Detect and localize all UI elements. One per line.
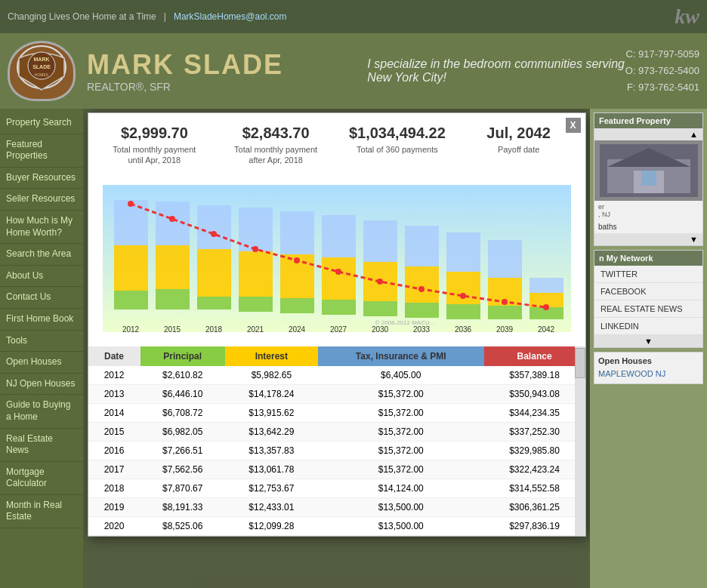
sidebar-item-about[interactable]: About Us [0,266,83,288]
table-cell: 2020 [88,516,140,535]
table-cell: 2013 [88,384,140,403]
featured-location: er, NJ [594,201,702,220]
center-content: X $2,999.70 Total monthly paymentuntil A… [83,109,590,588]
table-cell: $7,870.67 [140,479,225,497]
svg-rect-17 [239,208,273,251]
network-item-linkedin[interactable]: LINKEDIN [594,318,702,335]
summary-amount-3: Jul, 2042 [460,125,578,142]
table-cell: $6,446.10 [140,384,225,403]
sidebar-item-estate-news[interactable]: Real Estate News [0,429,83,462]
modal-dialog: X $2,999.70 Total monthly paymentuntil A… [88,112,586,537]
svg-point-44 [335,269,341,275]
svg-point-46 [418,286,425,292]
data-table-container: Date Principal Interest Tax, Insurance &… [88,346,585,536]
network-item-twitter[interactable]: TWITTER [594,266,702,283]
col-header-tax: Tax, Insurance & PMI [318,346,484,366]
table-cell: $13,500.00 [318,516,484,535]
table-row: 2014$6,708.72$13,915.62$15,372.00$344,23… [88,403,585,422]
sidebar-item-month-real-estate[interactable]: Month in Real Estate [0,495,83,528]
open-houses-panel: Open Houses MAPLEWOOD NJ [594,352,703,384]
sidebar-item-contact[interactable]: Contact Us [0,287,83,309]
header-main: MARK SLADE HOMES MARK SLADE REALTOR®, SF… [0,33,707,109]
svg-text:2015: 2015 [163,325,181,334]
svg-rect-66 [641,171,656,186]
table-cell: $5,982.65 [225,366,318,385]
sidebar-item-featured-properties[interactable]: Featured Properties [0,134,83,168]
svg-text:2024: 2024 [288,325,305,334]
svg-text:2036: 2036 [454,325,471,334]
featured-scroll-up[interactable]: ▲ [594,128,702,140]
table-cell: $8,525.06 [140,516,225,535]
contact-f: F: 973-762-5401 [625,79,699,96]
summary-label-1: Total monthly paymentafter Apr, 2018 [217,144,335,166]
summary-item-0: $2,999.70 Total monthly paymentuntil Apr… [96,125,214,166]
svg-rect-27 [405,303,439,318]
sidebar-item-first-home[interactable]: First Home Book [0,309,83,331]
svg-point-48 [502,299,508,305]
table-cell: $357,389.18 [484,366,585,385]
network-scroll[interactable]: ▼ [594,335,702,347]
sidebar-item-open-houses[interactable]: Open Houses [0,352,83,374]
table-cell: $322,423.24 [484,460,585,479]
table-scrollbar[interactable] [575,346,585,536]
table-cell: $7,562.56 [140,460,225,479]
modal-overlay: X $2,999.70 Total monthly paymentuntil A… [83,109,590,588]
network-panel: n My Network TWITTER FACEBOOK REAL ESTAT… [594,250,703,348]
scrollbar-thumb[interactable] [575,348,585,378]
sidebar-item-property-search[interactable]: Property Search [0,112,83,134]
svg-text:2030: 2030 [371,325,388,334]
table-cell: $15,372.00 [318,403,484,422]
table-cell: $7,266.51 [140,441,225,460]
sidebar-item-tools[interactable]: Tools [0,331,83,352]
network-item-real-estate-news[interactable]: REAL ESTATE NEWS [594,300,702,318]
table-cell: $13,642.29 [225,422,318,441]
svg-rect-10 [156,245,190,289]
table-cell: $6,982.05 [140,422,225,441]
col-header-balance: Balance [484,346,585,366]
svg-text:2033: 2033 [412,325,430,334]
svg-rect-23 [322,215,356,257]
network-title: n My Network [594,251,702,266]
sidebar-item-mortgage-calc[interactable]: Mortgage Calculator [0,462,83,495]
sidebar-item-search-area[interactable]: Search the Area [0,244,83,266]
table-row: 2017$7,562.56$13,061.78$15,372.00$322,42… [88,460,585,479]
table-cell: 2014 [88,403,140,422]
col-header-interest: Interest [225,346,318,366]
left-sidebar: Property Search Featured Properties Buye… [0,109,83,588]
svg-rect-32 [446,232,480,272]
svg-text:2012: 2012 [122,325,139,334]
sidebar-item-seller-resources[interactable]: Seller Resources [0,189,83,211]
svg-rect-33 [488,306,522,319]
sidebar-item-buyer-resources[interactable]: Buyer Resources [0,168,83,189]
summary-amount-1: $2,843.70 [217,125,335,142]
agent-name: MARK SLADE [87,49,344,81]
open-houses-title: Open Houses [598,356,699,365]
table-cell: $15,372.00 [318,422,484,441]
table-row: 2015$6,982.05$13,642.29$15,372.00$337,25… [88,422,585,441]
agent-contact: C: 917-797-5059 O: 973-762-5400 F: 973-7… [625,46,699,96]
table-cell: $350,943.08 [484,384,585,403]
sidebar-item-nj-open-houses[interactable]: NJ Open Houses [0,374,83,396]
summary-label-2: Total of 360 payments [338,144,456,155]
svg-rect-8 [114,200,148,245]
svg-rect-14 [197,205,231,249]
svg-rect-9 [156,289,190,309]
svg-point-43 [294,257,300,263]
network-item-facebook[interactable]: FACEBOOK [594,283,702,300]
svg-text:MARK: MARK [34,57,50,62]
email[interactable]: MarkSladeHomes@aol.com [174,11,287,22]
featured-scroll-down[interactable]: ▼ [594,233,702,245]
contact-o: O: 973-762-5400 [625,63,699,79]
agent-tagline: I specialize in the bedroom communities … [367,57,625,85]
svg-rect-16 [239,251,273,297]
sidebar-item-how-much[interactable]: How Much is My Home Worth? [0,211,83,244]
svg-point-41 [211,231,217,237]
table-row: 2016$7,266.51$13,357.83$15,372.00$329,98… [88,441,585,460]
svg-rect-15 [239,297,273,312]
open-houses-item-maplewood[interactable]: MAPLEWOOD NJ [598,368,699,380]
modal-close-button[interactable]: X [566,118,581,133]
sidebar-item-buying-guide[interactable]: Guide to Buying a Home [0,395,83,428]
table-cell: $14,178.24 [225,384,318,403]
table-cell: $15,372.00 [318,384,484,403]
svg-rect-18 [280,298,314,313]
